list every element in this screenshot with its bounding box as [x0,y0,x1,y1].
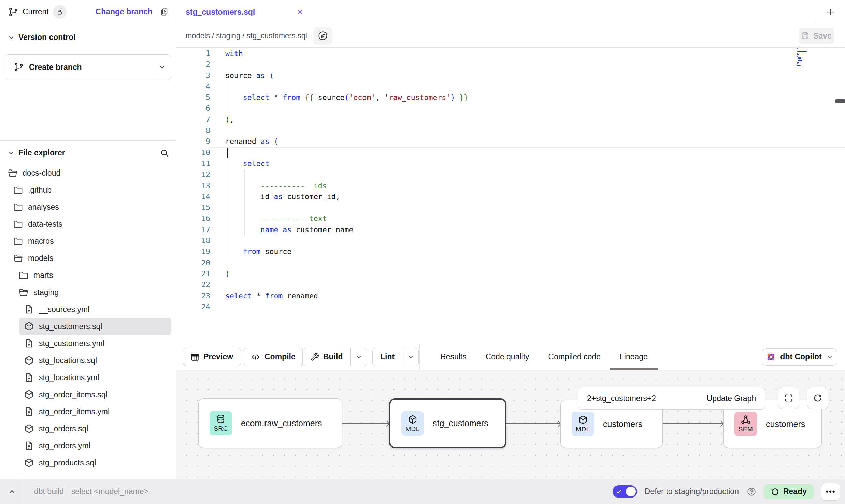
lineage-panel[interactable]: SRCecom.raw_customersMDLstg_customersMDL… [176,370,845,479]
result-tab-code-quality[interactable]: Code quality [486,344,529,370]
minimap[interactable] [797,48,815,67]
file-tree-item-stg-orders-yml[interactable]: stg_orders.yml [19,437,171,454]
update-graph-button[interactable]: Update Graph [698,387,765,409]
collapse-panel-button[interactable] [0,479,24,504]
code-line-3[interactable]: 3source as ( [176,70,845,81]
toggle-knob [626,487,636,496]
create-branch-main[interactable]: Create branch [5,55,153,80]
file-tree-item-docs-cloud[interactable]: docs-cloud [3,164,171,181]
code-line-10[interactable]: 10 [176,147,845,158]
code-line-2[interactable]: 2 [176,59,845,70]
file-tree-item--github[interactable]: .github [8,181,171,198]
lineage-node-ecom-raw-customers[interactable]: SRCecom.raw_customers [198,398,342,448]
close-tab-icon[interactable] [296,8,304,16]
breadcrumb: models / staging / stg_customers.sql [186,31,307,40]
code-line-23[interactable]: 23select * from renamed [176,291,845,301]
file-tree-item-stg-locations-sql[interactable]: stg_locations.sql [19,352,171,369]
dbt-copilot-button[interactable]: dbt Copilot [762,348,837,366]
chevron-down-icon [158,63,166,71]
code-line-20[interactable]: 20 [176,257,845,268]
dbt-ide-window: Current Change branch Version control Cr… [0,0,845,504]
file-name: .github [28,186,52,195]
lineage-node-stg-customers[interactable]: MDLstg_customers [389,398,506,448]
minimap-line [797,62,799,63]
refresh-button[interactable] [807,387,828,409]
create-branch-dropdown[interactable] [153,55,171,80]
change-branch-link[interactable]: Change branch [96,7,153,16]
file-tree-item--sources-yml[interactable]: __sources.yml [19,301,171,318]
code-line-5[interactable]: 5 select * from {{ source('ecom', 'raw_c… [176,92,845,103]
line-number: 14 [176,191,210,202]
code-line-8[interactable]: 8 [176,125,845,136]
file-tree-item-data-tests[interactable]: data-tests [8,216,171,233]
result-tab-lineage[interactable]: Lineage [620,344,648,370]
code-line-16[interactable]: 16 ---------- text [176,213,845,224]
code-line-1[interactable]: 1with [176,48,845,59]
code-line-4[interactable]: 4 [176,81,845,92]
new-tab-button[interactable] [815,0,845,24]
file-tree-item-stg-customers-sql[interactable]: stg_customers.sql [19,318,171,335]
minimap-line [797,56,798,57]
code-line-9[interactable]: 9renamed as ( [176,136,845,147]
file-tree-item-models[interactable]: models [8,250,171,267]
code-line-17[interactable]: 17 name as customer_name [176,224,845,235]
code-line-13[interactable]: 13 ---------- ids [176,180,845,191]
file-tree-item-stg-orders-sql[interactable]: stg_orders.sql [19,420,171,437]
file-tree-item-stg-customers-yml[interactable]: stg_customers.yml [19,335,171,352]
more-options-button[interactable]: ••• [821,483,840,501]
file-search-button[interactable] [160,149,169,158]
copy-icon[interactable] [159,7,169,17]
build-dropdown[interactable] [350,348,367,366]
command-input[interactable]: dbt build --select <model_name> [34,487,613,496]
help-icon[interactable] [746,487,757,497]
line-text: from source [210,246,845,257]
lint-main[interactable]: Lint [373,348,402,366]
compile-button[interactable]: Compile [243,348,303,366]
code-line-12[interactable]: 12 [176,169,845,180]
doc-icon [24,372,34,383]
file-explorer-header[interactable]: File explorer [0,148,176,158]
code-line-6[interactable]: 6 [176,103,845,114]
status-bar: dbt build --select <model_name> Defer to… [0,479,845,504]
code-line-15[interactable]: 15 [176,202,845,213]
code-line-19[interactable]: 19 from source [176,246,845,257]
code-line-7[interactable]: 7), [176,114,845,125]
file-tree-item-macros[interactable]: macros [8,233,171,250]
fullscreen-button[interactable] [778,387,799,409]
file-tree-item-stg-products-sql[interactable]: stg_products.sql [19,454,171,471]
ready-status-badge[interactable]: Ready [764,484,814,499]
line-number: 6 [176,103,210,114]
minimap-line [797,65,801,66]
code-line-22[interactable]: 22 [176,279,845,290]
code-line-18[interactable]: 18 [176,235,845,246]
result-tab-compiled-code[interactable]: Compiled code [548,344,601,370]
code-editor[interactable]: 1with23source as (45 select * from {{ so… [176,48,845,344]
code-line-11[interactable]: 11 select [176,158,845,169]
code-lines: 1with23source as (45 select * from {{ so… [176,48,845,312]
code-line-14[interactable]: 14 id as customer_id, [176,191,845,202]
version-control-header[interactable]: Version control [5,33,171,42]
lineage-selector-input[interactable]: 2+stg_customers+2 [578,387,698,409]
file-tree-item-marts[interactable]: marts [14,267,171,284]
file-tree-item-staging[interactable]: staging [14,284,171,301]
scrollbar-handle[interactable] [835,99,845,103]
code-line-24[interactable]: 24 [176,301,845,312]
line-text [210,147,845,158]
defer-toggle[interactable] [613,485,637,498]
tab-stg-customers-sql[interactable]: stg_customers.sql [176,0,313,24]
file-tree-item-stg-order-items-sql[interactable]: stg_order_items.sql [19,386,171,403]
folder-open-icon [13,253,23,263]
code-line-21[interactable]: 21) [176,268,845,279]
preview-button[interactable]: Preview [183,348,241,366]
save-button[interactable]: Save [799,28,834,44]
file-tree-item-stg-order-items-yml[interactable]: stg_order_items.yml [19,403,171,420]
file-name: __sources.yml [39,305,89,314]
file-tree-item-analyses[interactable]: analyses [8,198,171,216]
lineage-selector-group: 2+stg_customers+2 Update Graph [578,387,765,410]
build-main[interactable]: Build [303,348,350,366]
file-tree-item-stg-locations-yml[interactable]: stg_locations.yml [19,369,171,386]
lint-dropdown[interactable] [402,348,418,366]
open-docs-button[interactable] [313,27,332,45]
result-tab-results[interactable]: Results [440,344,467,370]
line-text [210,301,845,312]
